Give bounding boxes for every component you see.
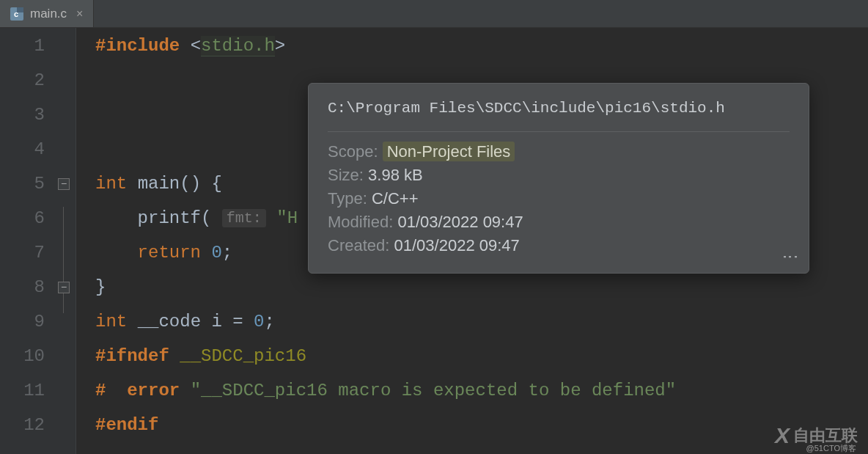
- line-number: 6: [34, 208, 45, 228]
- type-label: Type:: [328, 189, 367, 208]
- number-literal: 0: [211, 243, 221, 263]
- size-value: 3.98 kB: [368, 166, 423, 184]
- type-value: C/C++: [372, 189, 419, 208]
- identifier: i: [211, 312, 221, 332]
- kw-include: #include: [95, 36, 180, 56]
- fold-toggle[interactable]: −: [58, 178, 70, 190]
- modified-value: 01/03/2022 09:47: [397, 213, 523, 231]
- angle-open: <: [191, 36, 201, 56]
- line-number: 1: [34, 36, 45, 56]
- header-name[interactable]: stdio.h: [201, 36, 275, 56]
- line-number: 5: [34, 174, 45, 194]
- watermark-sub: @51CTO博客: [806, 443, 856, 454]
- line-number: 2: [34, 70, 45, 90]
- kw-int: int: [95, 312, 127, 332]
- tab-label: main.c: [30, 7, 67, 21]
- tooltip-scope: Scope: Non-Project Files: [328, 142, 790, 161]
- size-label: Size:: [328, 166, 364, 184]
- file-info-tooltip: C:\Program Files\SDCC\include\pic16\stdi…: [308, 83, 809, 274]
- more-icon[interactable]: ⋮: [781, 249, 800, 266]
- gutter: 1 2 3 4 5 − 6 7 8 − 9 10 11 12: [0, 28, 76, 454]
- scope-value: Non-Project Files: [383, 142, 515, 161]
- code-line-1[interactable]: #include <stdio.h>: [95, 29, 868, 63]
- semicolon: ;: [264, 312, 274, 332]
- close-icon[interactable]: ×: [73, 7, 86, 21]
- fold-toggle[interactable]: −: [58, 282, 70, 293]
- equals: =: [232, 312, 243, 332]
- code-line-8[interactable]: }: [95, 270, 868, 304]
- modified-label: Modified:: [328, 213, 393, 231]
- angle-close: >: [275, 36, 285, 56]
- code-line-10[interactable]: #ifndef __SDCC_pic16: [95, 339, 868, 373]
- kw-ifndef: #ifndef: [95, 346, 169, 366]
- svg-text:c: c: [14, 10, 18, 18]
- tooltip-created: Created: 01/03/2022 09:47: [328, 236, 790, 255]
- code-line-9[interactable]: int __code i = 0;: [95, 304, 868, 339]
- paren-open: (: [201, 208, 211, 228]
- tooltip-modified: Modified: 01/03/2022 09:47: [328, 213, 790, 232]
- line-number: 3: [34, 105, 45, 125]
- number-literal: 0: [254, 312, 264, 332]
- line-number: 11: [23, 381, 45, 400]
- param-hint: fmt:: [222, 209, 266, 227]
- line-number: 9: [34, 312, 45, 332]
- kw-int: int: [95, 174, 127, 194]
- brace-close: }: [95, 277, 106, 297]
- error-message: "__SDCC_pic16 macro is expected to be de…: [191, 381, 677, 400]
- string-literal: "H: [266, 208, 298, 228]
- parens: (): [180, 174, 201, 194]
- created-label: Created:: [328, 236, 389, 255]
- line-number: 8: [34, 277, 45, 297]
- kw-error: error: [127, 381, 180, 400]
- macro-name: __SDCC_pic16: [180, 346, 306, 366]
- kw-return: return: [138, 243, 201, 263]
- scope-label: Scope:: [328, 142, 378, 161]
- storage-qualifier: __code: [138, 312, 201, 332]
- watermark-logo-icon: X: [775, 423, 787, 448]
- line-number: 7: [34, 243, 45, 263]
- code-line-12[interactable]: #endif: [95, 408, 868, 442]
- code-line-11[interactable]: # error "__SDCC_pic16 macro is expected …: [95, 373, 868, 408]
- tab-main-c[interactable]: c main.c ×: [0, 0, 94, 27]
- brace-open: {: [201, 174, 222, 194]
- line-number: 10: [23, 346, 45, 366]
- fn-printf: printf: [138, 208, 201, 228]
- tooltip-path: C:\Program Files\SDCC\include\pic16\stdi…: [328, 100, 790, 132]
- fn-main: main: [138, 174, 180, 194]
- tooltip-size: Size: 3.98 kB: [328, 166, 790, 185]
- line-number: 12: [23, 415, 45, 435]
- tab-bar: c main.c ×: [0, 0, 868, 28]
- line-number: 4: [34, 139, 45, 159]
- kw-endif: #endif: [95, 415, 158, 435]
- c-file-icon: c: [10, 7, 23, 21]
- semicolon: ;: [222, 243, 232, 263]
- tooltip-type: Type: C/C++: [328, 189, 790, 208]
- hash: #: [95, 381, 106, 400]
- created-value: 01/03/2022 09:47: [394, 236, 520, 255]
